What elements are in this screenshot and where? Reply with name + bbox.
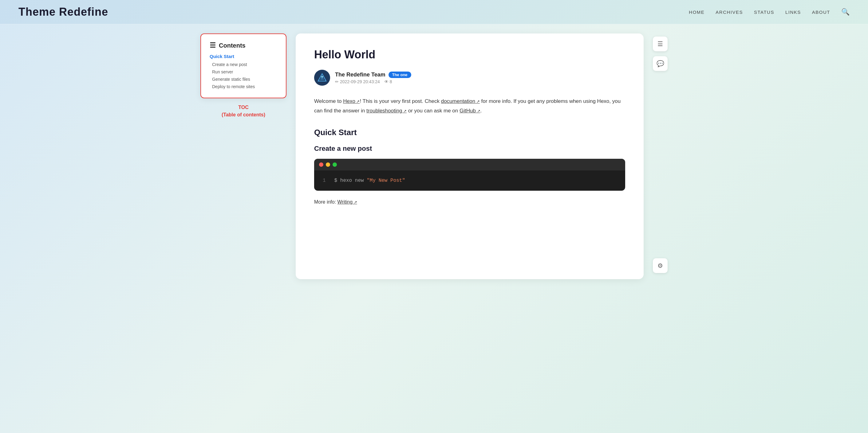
right-panel: ☰ 💬 bbox=[653, 33, 668, 71]
toc-item-1[interactable]: Create a new post bbox=[210, 61, 277, 68]
dot-red bbox=[319, 162, 323, 167]
toc-active-item[interactable]: Quick Start bbox=[210, 54, 277, 59]
toc-label: TOC (Table of contents) bbox=[222, 104, 265, 119]
dot-green bbox=[333, 162, 337, 167]
nav-archives[interactable]: ARCHIVES bbox=[716, 9, 743, 15]
github-link[interactable]: GitHub bbox=[460, 108, 480, 113]
toc-item-4[interactable]: Deploy to remote sites bbox=[210, 83, 277, 90]
main-layout: ☰ Contents Quick Start Create a new post… bbox=[188, 24, 680, 288]
more-info-prefix: More info: bbox=[314, 199, 336, 204]
writing-link[interactable]: Writing bbox=[338, 199, 357, 204]
hexo-link[interactable]: Hexo bbox=[343, 98, 360, 104]
toc-item-2[interactable]: Run server bbox=[210, 68, 277, 75]
nav-links[interactable]: LINKS bbox=[785, 9, 801, 15]
meta-bottom: 2022-09-29 20:43:24 8 bbox=[335, 79, 411, 84]
post-date: 2022-09-29 20:43:24 bbox=[335, 79, 380, 84]
toc-box: ☰ Contents Quick Start Create a new post… bbox=[200, 33, 286, 98]
main-nav: HOME ARCHIVES STATUS LINKS ABOUT 🔍 bbox=[689, 8, 849, 16]
toc-label-line1: TOC bbox=[222, 104, 265, 111]
header: Theme Redefine HOME ARCHIVES STATUS LINK… bbox=[0, 0, 868, 24]
post-intro: Welcome to Hexo! This is your very first… bbox=[314, 97, 625, 115]
toc-label-line2: (Table of contents) bbox=[222, 111, 265, 119]
settings-icon: ⚙ bbox=[657, 262, 663, 269]
code-block: 1 $ hexo new "My New Post" bbox=[314, 159, 625, 191]
post-views: 8 bbox=[384, 79, 392, 84]
nav-status[interactable]: STATUS bbox=[754, 9, 774, 15]
settings-button[interactable]: ⚙ bbox=[653, 258, 668, 273]
code-body: 1 $ hexo new "My New Post" bbox=[314, 170, 625, 191]
line-number: 1 bbox=[323, 178, 326, 183]
avatar-icon bbox=[317, 72, 327, 83]
code-cmd: $ hexo new bbox=[334, 178, 367, 183]
dot-yellow bbox=[326, 162, 330, 167]
sidebar-area: ☰ Contents Quick Start Create a new post… bbox=[200, 33, 286, 279]
nav-about[interactable]: ABOUT bbox=[812, 9, 830, 15]
site-title: Theme Redefine bbox=[19, 5, 108, 19]
avatar bbox=[314, 70, 330, 86]
more-info: More info: Writing bbox=[314, 199, 625, 205]
toc-icon: ☰ bbox=[210, 41, 216, 49]
author-badge: The one bbox=[389, 72, 411, 78]
toc-heading: ☰ Contents bbox=[210, 41, 277, 49]
sub-section-new-post: Create a new post bbox=[314, 145, 625, 153]
troubleshooting-link[interactable]: troubleshooting bbox=[366, 108, 407, 113]
meta-top: The Redefine Team The one bbox=[335, 72, 411, 78]
post-meta: The Redefine Team The one 2022-09-29 20:… bbox=[314, 70, 625, 86]
toc-title: Contents bbox=[219, 42, 246, 49]
comment-button[interactable]: 💬 bbox=[653, 56, 668, 71]
main-content: Hello World The Redefine Team The one 20… bbox=[296, 33, 644, 279]
docs-link[interactable]: documentation bbox=[441, 98, 480, 104]
toc-toggle-icon: ☰ bbox=[657, 40, 663, 47]
toc-item-3[interactable]: Generate static files bbox=[210, 75, 277, 83]
right-panel-bottom: ⚙ bbox=[653, 258, 668, 279]
meta-info: The Redefine Team The one 2022-09-29 20:… bbox=[335, 72, 411, 84]
toc-toggle-button[interactable]: ☰ bbox=[653, 37, 668, 51]
code-string: "My New Post" bbox=[367, 178, 405, 183]
post-title: Hello World bbox=[314, 48, 625, 61]
code-line-1: 1 $ hexo new "My New Post" bbox=[323, 178, 617, 183]
code-content: $ hexo new "My New Post" bbox=[334, 178, 405, 183]
section-quick-start: Quick Start bbox=[314, 128, 625, 137]
svg-point-2 bbox=[321, 76, 323, 78]
code-titlebar bbox=[314, 159, 625, 170]
comment-icon: 💬 bbox=[656, 60, 664, 67]
right-panel-wrapper: ☰ 💬 ⚙ bbox=[653, 33, 668, 279]
search-icon[interactable]: 🔍 bbox=[841, 8, 849, 16]
author-name: The Redefine Team bbox=[335, 72, 385, 78]
nav-home[interactable]: HOME bbox=[689, 9, 705, 15]
